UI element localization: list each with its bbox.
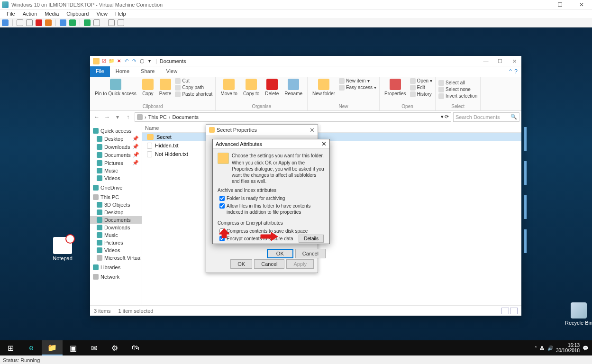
vm-tool-reset-icon[interactable] <box>69 19 76 26</box>
taskbar-explorer[interactable]: 📁 <box>42 340 63 355</box>
search-input[interactable]: Search Documents 🔍 <box>453 112 519 122</box>
ribbon-properties-button[interactable]: Properties <box>383 78 408 97</box>
vm-tool-revert-icon[interactable] <box>93 19 100 26</box>
nav-music2[interactable]: Music <box>90 231 142 239</box>
vm-tool-enhanced-icon[interactable] <box>108 19 115 26</box>
taskbar-store[interactable]: 🛍 <box>125 340 146 355</box>
vm-tool-ctrlaltdel-icon[interactable] <box>2 19 9 26</box>
details-button[interactable]: Details <box>299 235 324 243</box>
nav-pictures[interactable]: Pictures📌 <box>90 159 142 167</box>
qat-delete-icon[interactable]: ✕ <box>116 58 122 64</box>
tray-up-icon[interactable]: ˄ <box>535 346 537 351</box>
start-button[interactable]: ⊞ <box>0 340 21 355</box>
file-row[interactable]: Hidden.txt <box>142 141 521 150</box>
properties-close-button[interactable]: ✕ <box>310 127 315 134</box>
properties-cancel-button[interactable]: Cancel <box>254 259 284 269</box>
ribbon-pasteshortcut-button[interactable]: Paste shortcut <box>175 91 212 97</box>
ribbon-help-icon[interactable]: ⌃ ? <box>504 66 521 77</box>
nav-downloads[interactable]: Downloads📌 <box>90 143 142 151</box>
nav-mvd[interactable]: Microsoft Virtual Di <box>90 254 142 262</box>
ribbon-selectnone-button[interactable]: Select none <box>438 86 477 92</box>
nav-back-button[interactable]: ← <box>92 112 101 122</box>
qat-properties-icon[interactable]: ☑ <box>100 58 107 64</box>
nav-pictures2[interactable]: Pictures <box>90 239 142 246</box>
vm-menu-media[interactable]: Media <box>45 11 59 17</box>
nav-network[interactable]: Network <box>90 273 142 281</box>
tab-share[interactable]: Share <box>135 66 160 77</box>
taskbar-clock[interactable]: 16:13 30/10/2018 <box>556 343 580 353</box>
nav-desktop2[interactable]: Desktop <box>90 209 142 216</box>
vm-menu-clipboard[interactable]: Clipboard <box>66 11 89 17</box>
file-row[interactable]: Secret <box>142 133 521 141</box>
taskbar-mail[interactable]: ✉ <box>83 340 104 355</box>
ribbon-paste-button[interactable]: Paste <box>157 78 173 97</box>
vm-maximize-button[interactable]: ☐ <box>549 0 571 9</box>
addr-dropdown-icon[interactable]: ▾ <box>441 114 444 120</box>
nav-libraries[interactable]: Libraries <box>90 264 142 271</box>
vm-tool-start-icon[interactable] <box>17 19 23 26</box>
explorer-maximize-button[interactable]: ☐ <box>493 56 507 66</box>
nav-documents[interactable]: Documents📌 <box>90 151 142 159</box>
tray-network-icon[interactable]: 🖧 <box>540 346 545 351</box>
addr-refresh-icon[interactable]: ⟳ <box>445 114 449 120</box>
properties-titlebar[interactable]: Secret Properties ✕ <box>206 125 318 135</box>
taskbar-settings[interactable]: ⚙ <box>104 340 125 355</box>
desktop-notepad-shortcut[interactable]: Notepad <box>46 237 80 261</box>
nav-thispc[interactable]: This PC <box>90 193 142 201</box>
vm-menu-file[interactable]: File <box>7 11 15 17</box>
ribbon-easyaccess-button[interactable]: Easy access ▾ <box>339 84 376 91</box>
nav-music[interactable]: Music <box>90 167 142 174</box>
ribbon-rename-button[interactable]: Rename <box>282 78 304 97</box>
ribbon-invertselection-button[interactable]: Invert selection <box>438 93 477 99</box>
column-headers[interactable]: Name Date modified Type Size <box>142 123 521 133</box>
tab-file[interactable]: File <box>90 66 110 77</box>
vm-close-button[interactable]: ✕ <box>571 0 592 9</box>
vm-menu-help[interactable]: Help <box>115 11 126 17</box>
vm-tool-share-icon[interactable] <box>118 19 124 26</box>
nav-fwd-button[interactable]: → <box>102 112 112 122</box>
nav-downloads2[interactable]: Downloads <box>90 224 142 231</box>
nav-up-button[interactable]: ↑ <box>123 112 133 122</box>
address-bar[interactable]: ›This PC ›Documents ▾ ⟳ <box>135 112 451 122</box>
advanced-ok-button[interactable]: OK <box>267 249 293 258</box>
nav-videos2[interactable]: Videos <box>90 246 142 254</box>
tray-volume-icon[interactable]: 🔊 <box>547 346 553 351</box>
qat-undo-icon[interactable]: ↶ <box>123 58 130 64</box>
nav-onedrive[interactable]: OneDrive <box>90 184 142 191</box>
nav-recent-button[interactable]: ▾ <box>113 112 122 122</box>
explorer-minimize-button[interactable]: — <box>479 56 493 66</box>
ribbon-selectall-button[interactable]: Select all <box>438 80 477 86</box>
advanced-titlebar[interactable]: Advanced Attributes ✕ <box>213 139 329 149</box>
ribbon-open-button[interactable]: Open ▾ <box>410 78 432 84</box>
qat-newfolder-icon[interactable]: 📁 <box>108 58 115 64</box>
vm-tool-turnoff-icon[interactable] <box>26 19 33 26</box>
vm-tool-save-icon[interactable] <box>45 19 52 26</box>
nav-quickaccess[interactable]: Quick access <box>90 127 142 135</box>
tab-home[interactable]: Home <box>110 66 135 77</box>
qat-dropdown-icon[interactable]: ▾ <box>146 58 153 64</box>
explorer-titlebar[interactable]: ☑ 📁 ✕ ↶ ↷ ▢ ▾ | Documents — ☐ ✕ <box>90 56 521 66</box>
qat-redo-icon[interactable]: ↷ <box>131 58 137 64</box>
taskbar-terminal[interactable]: ▣ <box>63 340 83 355</box>
chk-index[interactable]: Allow files in this folder to have conte… <box>218 203 325 215</box>
properties-apply-button[interactable]: Apply <box>286 259 314 269</box>
vm-tool-checkpoint-icon[interactable] <box>84 19 91 26</box>
nav-documents2[interactable]: Documents <box>90 216 142 224</box>
ribbon-copyto-button[interactable]: Copy to <box>241 78 261 97</box>
file-row[interactable]: Not Hidden.txt <box>142 150 521 158</box>
vm-tool-pause-icon[interactable] <box>60 19 66 26</box>
advanced-close-button[interactable]: ✕ <box>321 140 327 147</box>
desktop-recycle-bin[interactable]: Recycle Bin <box>562 302 592 326</box>
taskbar-edge[interactable]: e <box>21 340 42 355</box>
vm-minimize-button[interactable]: — <box>528 0 549 9</box>
chk-archive[interactable]: Folder is ready for archiving <box>218 195 325 201</box>
vm-menu-action[interactable]: Action <box>23 11 37 17</box>
ribbon-cut-button[interactable]: Cut <box>175 78 212 84</box>
advanced-cancel-button[interactable]: Cancel <box>295 249 326 258</box>
nav-3dobjects[interactable]: 3D Objects <box>90 201 142 209</box>
vm-tool-shutdown-icon[interactable] <box>36 19 42 26</box>
view-large-icon[interactable] <box>510 308 518 314</box>
tab-view[interactable]: View <box>160 66 183 77</box>
ribbon-edit-button[interactable]: Edit <box>410 84 432 91</box>
ribbon-delete-button[interactable]: Delete <box>263 78 281 97</box>
